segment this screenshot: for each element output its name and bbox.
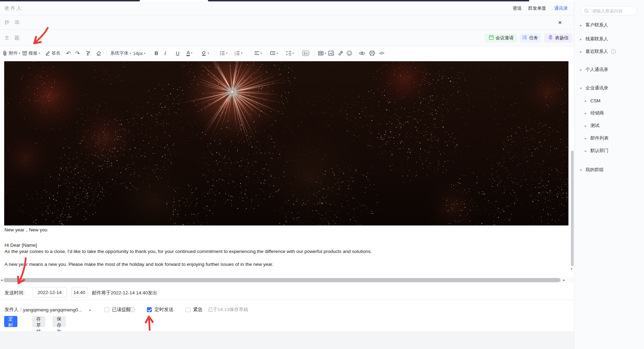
sidebar-item-my-groups[interactable]: ▾ 我的群组	[580, 167, 604, 173]
task-button[interactable]: 任务	[520, 33, 541, 42]
body-line: A new year means a new you. Please make …	[5, 261, 273, 268]
fireworks-image	[4, 61, 568, 225]
meeting-invite-label: 会议邀请	[496, 35, 514, 41]
chevron-down-icon: ▾	[207, 51, 209, 55]
template-button[interactable]: 模板 ▾	[22, 50, 40, 56]
redo-icon[interactable]: ↷	[75, 50, 80, 56]
cc-row[interactable]: 抄 送: ×	[0, 15, 574, 30]
bold-button[interactable]: B	[155, 50, 158, 56]
eraser-icon[interactable]	[96, 51, 102, 56]
info-icon: i	[130, 307, 135, 312]
align-button[interactable]: ▾	[254, 51, 262, 55]
format-painter-icon[interactable]	[85, 50, 91, 56]
send-date-input[interactable]	[33, 287, 67, 298]
chevron-down-icon: ▾	[226, 51, 228, 55]
tri-right-icon: ▸	[580, 37, 583, 41]
subject-row[interactable]: 主 题: 会议邀请 任务 表扬信	[0, 30, 574, 46]
print-button[interactable]	[369, 50, 375, 56]
font-size-select[interactable]: 14px ▾	[133, 50, 146, 56]
highlight-color-button[interactable]: ▾	[201, 50, 209, 56]
read-receipt-checkbox[interactable]	[104, 307, 109, 312]
signature-button[interactable]: 签名	[45, 50, 61, 56]
scroll-right-icon[interactable]: ▸	[563, 278, 565, 282]
toolbar-divider	[356, 50, 356, 56]
undo-icon[interactable]: ↶	[66, 50, 71, 56]
mail-compose-page: 收 件 人: 密送 群发单显 通讯录 抄 送: × 主 题: 会议邀请 任务 表	[0, 0, 644, 349]
urgent-checkbox[interactable]	[186, 307, 190, 312]
horizontal-scrollbar-thumb[interactable]	[3, 278, 560, 282]
source-code-button[interactable]: </>	[379, 51, 384, 56]
urgent-label[interactable]: 紧急	[193, 307, 203, 313]
chevron-down-icon: ▾	[144, 51, 146, 55]
italic-button[interactable]: I	[164, 50, 166, 56]
sidebar-item-lead-contacts[interactable]: ▸ 线索联系人	[580, 36, 608, 42]
sidebar-item-distributor[interactable]: ▸ 经销商	[585, 110, 604, 116]
read-receipt-label[interactable]: 已读提醒	[112, 307, 131, 313]
toolbar-divider	[314, 50, 315, 56]
sidebar-item-enterprise-contacts[interactable]: ▾ 企业通讯录	[580, 85, 608, 91]
scheduled-send-button[interactable]: 定时发送	[4, 316, 17, 327]
horizontal-scrollbar[interactable]: ◂ ▸	[0, 277, 574, 283]
calendar-icon	[489, 35, 494, 41]
draft-saved-status: 已于14:13保存草稿	[208, 307, 248, 313]
sender-name[interactable]: yangqimeng yangqimeng0...	[23, 307, 82, 312]
emoji-button[interactable]	[347, 50, 352, 56]
save-draft-button[interactable]: 存草稿	[32, 316, 45, 327]
insert-link-button[interactable]	[338, 50, 343, 56]
collapse-up-icon[interactable]: ▴	[89, 308, 91, 311]
font-family-select[interactable]: 系统字体 ▾	[110, 50, 131, 56]
send-time-input[interactable]	[71, 287, 87, 298]
search-input[interactable]	[591, 7, 635, 15]
recipient-row[interactable]: 收 件 人: 密送 群发单显 通讯录	[0, 1, 574, 15]
task-label: 任务	[529, 35, 538, 41]
sidebar-item-test[interactable]: ▸ 测试	[585, 122, 599, 129]
save-as-template-button[interactable]: 保存为模板	[53, 316, 66, 327]
sidebar-item-recent-contacts[interactable]: ▸ 最近联系人 i	[580, 48, 616, 55]
pen-icon	[45, 51, 50, 56]
task-list-icon	[522, 35, 527, 41]
font-family-value: 系统字体	[110, 50, 128, 56]
scroll-down-icon[interactable]: ▾	[571, 267, 573, 271]
underline-button[interactable]: U	[176, 50, 179, 56]
sidebar-search[interactable]	[580, 6, 637, 15]
preview-button[interactable]	[359, 51, 365, 55]
sidebar-item-customer-contacts[interactable]: ▸ 客户联系人	[580, 22, 608, 28]
font-color-button[interactable]: A ▾	[187, 50, 193, 56]
sidebar-item-csm[interactable]: ▸ CSM	[585, 97, 600, 104]
chevron-down-icon: ▾	[39, 51, 40, 55]
signature-label: 签名	[52, 50, 61, 56]
translate-button[interactable]: En	[302, 50, 309, 56]
cc-label: 抄 送:	[5, 19, 21, 25]
close-icon[interactable]: ×	[558, 19, 562, 26]
sidebar-item-mailing-list[interactable]: ▸ 邮件列表	[585, 135, 608, 141]
chevron-down-icon: ▾	[276, 51, 278, 55]
toolbar-divider	[251, 50, 252, 56]
meeting-invite-button[interactable]: 会议邀请	[485, 33, 517, 42]
editor-body[interactable]: New year，New you Hi Dear [Name] As the y…	[0, 60, 574, 277]
bcc-link[interactable]: 密送	[513, 5, 522, 11]
chevron-down-icon: ▾	[324, 51, 326, 55]
attach-button[interactable]: 附件 ▾	[2, 50, 21, 56]
scheduled-send-label[interactable]: 定时发送	[155, 307, 173, 313]
sidebar-item-default-department[interactable]: ▸ 默认部门	[585, 148, 608, 154]
sidebar-item-personal-contacts[interactable]: ▸ 个人通讯录	[580, 66, 608, 73]
toolbar-divider	[151, 50, 151, 56]
sender-row: 发件人： yangqimeng yangqimeng0... ▴ 已读提醒 i …	[0, 304, 574, 315]
align-left-icon	[254, 51, 259, 55]
bullet-list-button[interactable]: ▾	[220, 51, 228, 56]
vertical-scrollbar-thumb[interactable]	[571, 151, 574, 266]
scroll-left-icon[interactable]: ◂	[1, 278, 2, 282]
praise-letter-button[interactable]: 表扬信	[544, 33, 572, 42]
scheduled-send-checkbox[interactable]	[147, 307, 152, 312]
indent-button[interactable]: ▾	[270, 51, 278, 55]
mass-send-link[interactable]: 群发单显	[528, 5, 546, 11]
chevron-down-icon: ▾	[260, 51, 262, 55]
insert-image-button[interactable]	[328, 51, 334, 56]
contacts-link[interactable]: 通讯录	[554, 5, 568, 11]
sidebar-item-label: 测试	[590, 122, 599, 129]
sidebar-item-label: 企业通讯录	[586, 85, 608, 91]
insert-table-button[interactable]: ▾	[318, 51, 326, 55]
line-height-button[interactable]: ▾	[286, 51, 294, 56]
body-line: New year，New you	[5, 227, 47, 233]
ordered-list-button[interactable]: 123 ▾	[235, 51, 243, 56]
